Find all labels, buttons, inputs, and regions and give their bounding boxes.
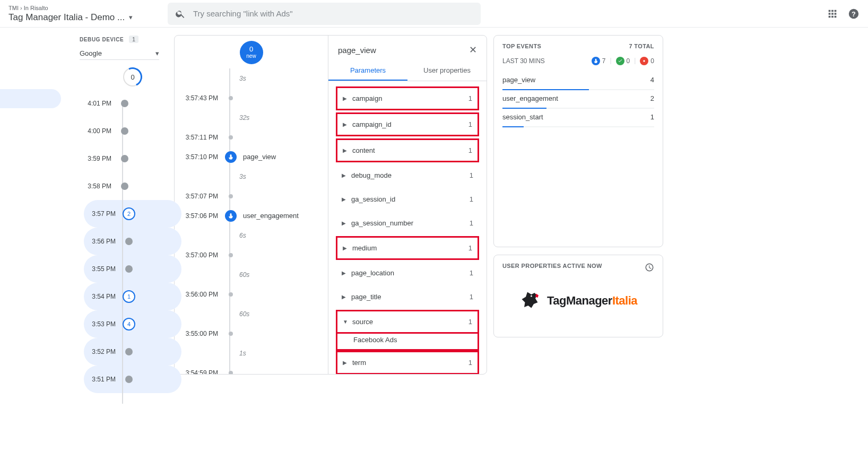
topbar: TMI › In Risalto Tag Manager Italia - De…: [0, 0, 868, 28]
minute-node: [125, 376, 133, 383]
minute-row[interactable]: 3:53 PM4: [84, 310, 181, 338]
tick-node: [229, 332, 233, 336]
second-time: 3:55:00 PM: [175, 330, 218, 337]
minute-row[interactable]: 3:58 PM: [80, 172, 186, 200]
caret-down-icon: ▾: [129, 13, 133, 21]
minute-node: [125, 238, 133, 245]
param-row[interactable]: ▶content1: [336, 138, 479, 162]
top-events-total: 7 TOTAL: [629, 43, 654, 49]
minute-node: 1: [123, 290, 135, 303]
param-count: 1: [468, 120, 472, 128]
tick-node: [229, 253, 233, 257]
minute-row[interactable]: 3:51 PM: [84, 366, 181, 393]
minute-row[interactable]: 3:59 PM: [80, 145, 186, 172]
event-stream-card: 0new 3s3:57:43 PM32s3:57:11 PM3:57:10 PM…: [174, 35, 487, 375]
debugview-canvas: DEBUG DEVICE 1 Google ▾ 0 4:01 PM4:00 PM…: [0, 28, 868, 452]
param-row[interactable]: ▶ga_session_id1: [336, 188, 479, 210]
minute-node: 2: [123, 207, 135, 220]
param-row[interactable]: ▶campaign_id1: [336, 112, 479, 136]
second-time: 3:57:11 PM: [175, 134, 218, 141]
second-time: 3:56:00 PM: [175, 291, 218, 298]
event-type-chip[interactable]: 0: [616, 57, 630, 65]
param-name: page_title: [351, 293, 464, 301]
param-count: 1: [468, 359, 472, 367]
minute-time: 3:52 PM: [84, 348, 116, 355]
top-event-bar: [502, 126, 654, 127]
top-events-title: TOP EVENTS: [502, 43, 541, 49]
tab-parameters[interactable]: Parameters: [328, 61, 407, 81]
tab-user-properties[interactable]: User properties: [407, 61, 487, 81]
second-time: 3:57:00 PM: [175, 251, 218, 259]
minute-row[interactable]: 3:52 PM: [84, 338, 181, 366]
close-icon[interactable]: ✕: [469, 44, 477, 56]
param-name: content: [352, 146, 463, 154]
second-time: 3:57:07 PM: [175, 193, 218, 200]
help-icon[interactable]: ?: [848, 8, 860, 20]
minute-time: 4:01 PM: [80, 100, 111, 107]
minute-time: 3:58 PM: [80, 182, 111, 190]
debug-device-select[interactable]: Google ▾: [80, 47, 159, 60]
event-type-chip[interactable]: 0: [640, 57, 654, 65]
param-row[interactable]: ▶debug_mode1: [336, 164, 479, 186]
param-row[interactable]: ▶page_location1: [336, 262, 479, 284]
param-count: 1: [468, 94, 472, 102]
breadcrumb[interactable]: TMI › In Risalto: [8, 5, 168, 11]
param-name: source: [352, 318, 463, 326]
event-type-chip[interactable]: 7: [592, 57, 606, 65]
second-row: 3:56:00 PM: [175, 284, 328, 304]
second-row[interactable]: 3:57:06 PMuser_engagement: [175, 206, 328, 225]
minute-row[interactable]: 4:00 PM: [80, 117, 186, 145]
svg-point-2: [644, 60, 645, 62]
chip-count: 7: [602, 57, 606, 65]
minute-row[interactable]: 3:56 PM: [84, 228, 181, 255]
param-name: debug_mode: [351, 171, 464, 179]
param-name: campaign: [352, 94, 463, 102]
param-row[interactable]: ▶campaign1: [336, 86, 479, 110]
param-name: medium: [352, 244, 463, 252]
param-row[interactable]: ▼source1: [336, 310, 479, 334]
chevron-right-icon: ▶: [343, 95, 347, 101]
minute-row[interactable]: 3:57 PM2: [84, 200, 181, 228]
param-count: 1: [470, 269, 473, 277]
param-count: 1: [470, 219, 473, 227]
delta-label: 60s: [239, 271, 249, 279]
refresh-ring: 0: [123, 67, 142, 86]
chevron-right-icon: ▶: [343, 147, 347, 153]
minute-row[interactable]: 3:54 PM1: [84, 283, 181, 310]
second-row: 3:55:00 PM: [175, 324, 328, 343]
second-row[interactable]: 3:57:10 PMpage_view: [175, 147, 328, 167]
search-input[interactable]: Try searching "link with Ads": [168, 3, 481, 25]
minute-time: 3:51 PM: [84, 376, 116, 383]
second-row: 6s: [175, 225, 328, 245]
param-row[interactable]: ▶term1: [336, 351, 479, 374]
param-row[interactable]: ▶medium1: [336, 236, 479, 260]
second-row: 3:57:11 PM: [175, 127, 328, 147]
new-events-badge[interactable]: 0new: [240, 41, 263, 64]
apps-icon[interactable]: [827, 8, 838, 20]
param-name: page_location: [351, 269, 464, 277]
caret-down-icon: ▾: [155, 49, 159, 57]
param-row[interactable]: ▶ga_session_number1: [336, 212, 479, 234]
chip-icon: [592, 57, 600, 65]
top-event-row[interactable]: page_view4: [502, 72, 654, 90]
top-event-row[interactable]: user_engagement2: [502, 90, 654, 109]
second-time: 3:57:06 PM: [175, 212, 218, 220]
second-row: 32s: [175, 108, 328, 127]
minute-time: 3:56 PM: [84, 238, 116, 245]
top-event-count: 4: [650, 76, 654, 84]
tick-node: [229, 135, 233, 140]
chevron-right-icon: ▶: [342, 270, 346, 276]
minute-row[interactable]: 4:01 PM: [80, 90, 186, 117]
chevron-right-icon: ▶: [343, 245, 347, 251]
delta-label: 60s: [239, 310, 249, 318]
sidebar-active-pill: [0, 89, 61, 108]
top-event-row[interactable]: session_start1: [502, 109, 654, 127]
top-event-name: page_view: [502, 76, 535, 84]
param-count: 1: [468, 146, 472, 154]
property-selector[interactable]: Tag Manager Italia - Demo ... ▾: [8, 12, 168, 23]
param-row[interactable]: ▶page_title1: [336, 286, 479, 308]
minute-node: [121, 127, 128, 135]
chevron-right-icon: ▶: [342, 220, 346, 226]
svg-point-3: [531, 295, 532, 297]
minute-row[interactable]: 3:55 PM: [84, 255, 181, 283]
